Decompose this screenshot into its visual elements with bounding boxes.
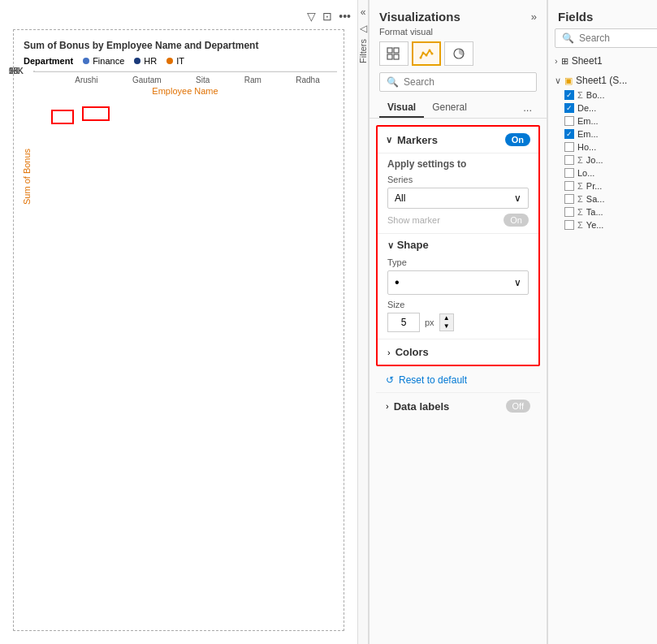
fields-search-input[interactable] [579, 32, 657, 44]
filter-icon[interactable]: ▽ [307, 10, 316, 23]
field-label-ho: Ho... [577, 142, 596, 152]
checkbox-bo[interactable]: ✓ [564, 90, 574, 100]
colors-section[interactable]: › Colors [378, 339, 538, 365]
type-chevron-icon: ∨ [514, 277, 521, 288]
apply-settings-title: Apply settings to [387, 158, 529, 170]
field-group-sheet1s: ∨ ▣ Sheet1 (S... ✓ Σ Bo... ✓ De... Em...… [551, 72, 657, 231]
checkbox-ye[interactable] [564, 220, 574, 230]
markers-toggle[interactable]: On [505, 133, 530, 146]
collapse-left-icon[interactable]: « [361, 6, 366, 18]
sheet1-group-header[interactable]: › ⊞ Sheet1 [551, 53, 657, 69]
field-label-pr: Pr... [586, 181, 603, 191]
legend-it: IT [166, 56, 184, 66]
it-label: IT [176, 56, 184, 66]
markers-section: ∨ Markers On Apply settings to Series Al… [376, 125, 540, 366]
svg-point-8 [420, 57, 422, 59]
checkbox-em2[interactable]: ✓ [564, 129, 574, 139]
viz-icons-row [370, 41, 547, 72]
markers-chevron-icon: ∨ [386, 135, 392, 145]
svg-point-11 [429, 50, 431, 52]
tab-general[interactable]: General [424, 98, 475, 118]
show-marker-label: Show marker [387, 215, 440, 225]
sigma-icon-sa: Σ [577, 194, 583, 204]
grid-icon [387, 47, 401, 60]
chart-icon-btn[interactable] [412, 41, 441, 66]
checkbox-pr[interactable] [564, 181, 574, 191]
pie-icon-btn[interactable] [444, 41, 473, 66]
show-marker-toggle[interactable]: On [504, 214, 529, 227]
size-input[interactable]: 5 [387, 313, 420, 332]
checkbox-de[interactable]: ✓ [564, 103, 574, 113]
viz-search-input[interactable] [404, 76, 529, 88]
highlight-box-1 [51, 110, 74, 124]
reset-row[interactable]: ↺ Reset to default [376, 370, 540, 391]
x-axis-title: Employee Name [33, 84, 337, 97]
x-label-gautam: Gautam [132, 76, 162, 84]
expand-icon[interactable]: ⊡ [322, 10, 332, 23]
show-marker-row: Show marker On [387, 214, 529, 227]
checkbox-ta[interactable] [564, 207, 574, 217]
field-item-lo: Lo... [551, 166, 657, 179]
size-row: 5 px ▲ ▼ [387, 313, 529, 332]
markers-header[interactable]: ∨ Markers On [378, 127, 538, 153]
data-labels-left: › Data labels [386, 400, 449, 413]
field-item-pr: Σ Pr... [551, 179, 657, 192]
series-chevron-icon: ∨ [514, 192, 521, 204]
size-label: Size [387, 300, 529, 309]
filters-tab-label[interactable]: Filters [358, 39, 368, 63]
sheet1s-group-header[interactable]: ∨ ▣ Sheet1 (S... [551, 72, 657, 89]
legend-finance: Finance [83, 56, 124, 66]
tab-visual[interactable]: Visual [379, 98, 424, 118]
finance-dot [83, 58, 89, 64]
px-label: px [425, 318, 434, 327]
markers-label: Markers [397, 134, 438, 146]
data-labels-row: › Data labels Off [376, 392, 540, 419]
colors-chevron-icon: › [387, 348, 391, 357]
x-label-radha: Radha [296, 76, 319, 84]
sheet1s-icon: ▣ [564, 76, 573, 86]
visualizations-panel: Visualizations » Format visual [369, 0, 547, 644]
data-labels-toggle[interactable]: Off [506, 400, 530, 413]
more-icon[interactable]: ••• [339, 10, 351, 23]
highlight-box-2 [82, 106, 110, 121]
fields-search-box[interactable]: 🔍 [555, 28, 657, 48]
shape-section: ∨ Shape Type • ∨ Size 5 px ▲ ▼ [378, 233, 538, 339]
field-item-de: ✓ De... [551, 102, 657, 115]
expand-right-icon[interactable]: » [531, 11, 537, 23]
colors-label: Colors [395, 346, 429, 358]
checkbox-ho[interactable] [564, 142, 574, 152]
arrow-icon[interactable]: ◁ [360, 23, 367, 34]
checkbox-sa[interactable] [564, 194, 574, 204]
type-label: Type [387, 257, 529, 267]
chart-inner: Sum of Bonus 20K 15K 10K 5K 0K [20, 71, 337, 282]
legend-hr: HR [134, 56, 157, 66]
markers-header-left: ∨ Markers [386, 134, 438, 146]
size-stepper: ▲ ▼ [439, 313, 454, 331]
type-value: • [395, 275, 400, 290]
x-label-ram: Ram [244, 76, 262, 84]
grid-icon-btn[interactable] [379, 41, 408, 66]
chart-legend: Department Finance HR IT [20, 54, 337, 67]
sigma-icon-bo: Σ [577, 90, 583, 100]
field-item-em2: ✓ Em... [551, 128, 657, 140]
field-item-bo: ✓ Σ Bo... [551, 89, 657, 102]
field-label-sa: Sa... [586, 194, 605, 204]
stepper-up-btn[interactable]: ▲ [440, 314, 453, 322]
series-value: All [395, 192, 405, 204]
stepper-down-btn[interactable]: ▼ [440, 322, 453, 331]
type-select[interactable]: • ∨ [387, 270, 529, 295]
chart-title: Sum of Bonus by Employee Name and Depart… [20, 37, 337, 51]
svg-point-9 [422, 52, 425, 54]
checkbox-lo[interactable] [564, 168, 574, 178]
hr-dot [134, 58, 140, 64]
svg-rect-6 [387, 54, 392, 59]
checkbox-jo[interactable] [564, 155, 574, 165]
series-select[interactable]: All ∨ [387, 188, 529, 209]
viz-tabs: Visual General ... [370, 98, 547, 119]
checkbox-em1[interactable] [564, 116, 574, 126]
field-item-ta: Σ Ta... [551, 205, 657, 218]
field-item-sa: Σ Sa... [551, 192, 657, 205]
viz-search-box[interactable]: 🔍 [379, 72, 537, 92]
tab-more[interactable]: ... [518, 98, 537, 118]
viz-format-label: Format visual [370, 27, 547, 41]
